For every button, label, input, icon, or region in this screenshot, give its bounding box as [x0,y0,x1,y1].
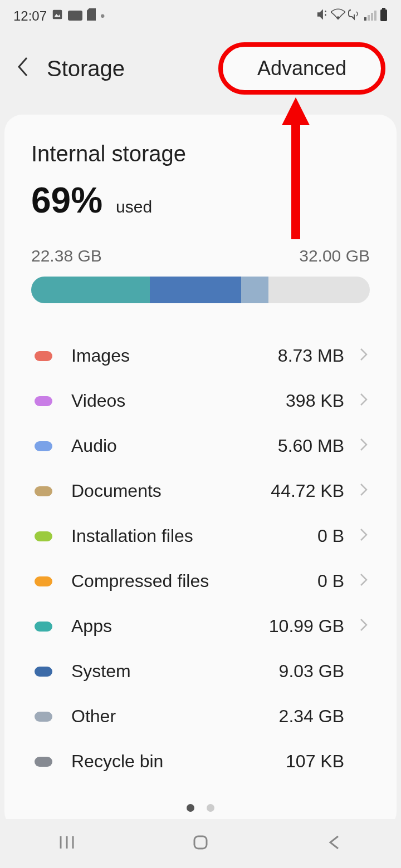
recents-icon[interactable] [56,832,77,855]
chevron-right-icon [358,392,370,410]
total-size: 32.00 GB [299,246,370,265]
battery-icon [380,8,388,24]
svg-rect-8 [382,8,385,9]
category-label: Other [71,706,279,727]
category-value: 8.73 MB [278,346,344,366]
storage-progress-bar [31,277,370,303]
chevron-right-icon [358,527,370,545]
category-label: Installation files [71,526,317,546]
category-color-dot [35,757,52,767]
svg-rect-6 [371,13,373,21]
page-dot-active [187,804,194,812]
category-label: Images [71,346,278,366]
svg-rect-9 [380,9,387,21]
category-value: 107 KB [286,751,344,772]
svg-rect-4 [364,17,366,21]
gallery-icon [51,8,63,24]
category-row[interactable]: Videos398 KB [31,378,370,423]
category-value: 2.34 GB [279,706,344,727]
category-row[interactable]: Installation files0 B [31,514,370,559]
chevron-right-icon [358,347,370,365]
category-row[interactable]: Documents44.72 KB [31,468,370,514]
category-label: Recycle bin [71,751,286,772]
sd-icon [87,8,96,24]
nav-back-icon[interactable] [324,832,345,855]
category-row[interactable]: Images8.73 MB [31,333,370,378]
category-value: 44.72 KB [271,481,344,501]
status-time: 12:07 [13,8,47,24]
category-value: 0 B [317,571,344,591]
used-size: 22.38 GB [31,246,102,265]
page-indicator [31,804,370,812]
category-color-dot [35,486,52,496]
chevron-right-icon [358,573,370,590]
category-label: Audio [71,436,278,456]
advanced-label: Advanced [257,57,346,80]
category-list: Images8.73 MBVideos398 KBAudio5.60 MBDoc… [31,333,370,784]
category-label: System [71,661,279,682]
page-title: Storage [47,56,125,81]
category-color-dot [35,622,52,632]
category-label: Apps [71,616,269,637]
svg-rect-7 [374,11,376,21]
nav-bar [0,819,401,868]
category-row: Other2.34 GB [31,694,370,739]
svg-rect-14 [194,836,207,849]
category-row[interactable]: Compressed files0 B [31,559,370,604]
bar-segment-other [241,277,268,303]
percent-label: used [116,198,152,216]
category-value: 0 B [317,526,344,546]
category-color-dot [35,351,52,361]
category-color-dot [35,576,52,586]
category-value: 9.03 GB [279,661,344,682]
category-color-dot [35,441,52,451]
back-icon[interactable] [16,56,29,81]
chevron-right-icon [358,482,370,500]
category-value: 398 KB [286,391,344,411]
category-row[interactable]: Apps10.99 GB [31,604,370,649]
category-label: Videos [71,391,286,411]
svg-rect-2 [68,11,82,21]
category-color-dot [35,667,52,677]
svg-rect-5 [368,15,370,21]
advanced-button[interactable]: Advanced [218,42,385,95]
category-color-dot [35,531,52,541]
svg-rect-0 [53,10,62,19]
home-icon[interactable] [190,832,211,855]
mute-icon [316,8,329,24]
category-value: 5.60 MB [278,436,344,456]
category-row[interactable]: Audio5.60 MB [31,423,370,468]
bar-segment-system [150,277,241,303]
chevron-right-icon [358,437,370,455]
percent-value: 69% [31,180,102,221]
status-bar: 12:07 • [0,0,401,29]
category-value: 10.99 GB [269,616,344,637]
vpn-icon [68,8,82,24]
svg-point-3 [337,16,339,18]
category-row: System9.03 GB [31,649,370,694]
category-color-dot [35,712,52,722]
header: Storage Advanced [0,29,401,115]
category-row: Recycle bin107 KB [31,739,370,784]
bar-segment-apps [31,277,150,303]
storage-card: Internal storage 69% used 22.38 GB 32.00… [4,115,397,830]
category-color-dot [35,396,52,406]
page-dot [207,804,214,812]
wifi-icon [331,8,345,24]
chevron-right-icon [358,618,370,635]
category-label: Compressed files [71,571,317,591]
storage-title: Internal storage [31,141,370,166]
dot-icon: • [100,8,105,24]
volte-icon [348,8,362,24]
category-label: Documents [71,481,271,501]
signal-icon [364,8,378,24]
